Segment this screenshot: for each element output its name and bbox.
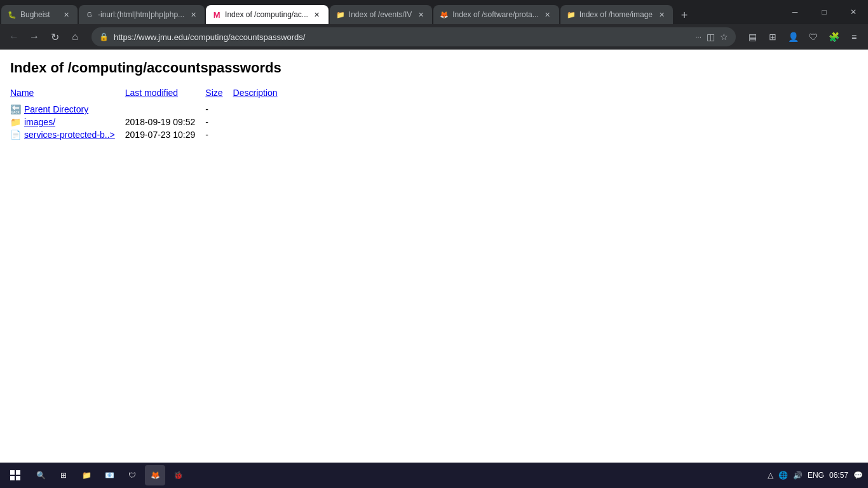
taskbar-extra[interactable]: 🐞 xyxy=(168,465,188,485)
page-content: Index of /computing/accountspasswords Na… xyxy=(0,50,868,463)
taskbar-explorer[interactable]: 📁 xyxy=(76,465,97,485)
svg-rect-1 xyxy=(16,470,20,475)
taskbar-search[interactable]: 🔍 xyxy=(31,465,51,485)
table-row: 📄 services-protected-b..> 2019-07-23 10:… xyxy=(10,128,288,141)
svg-rect-3 xyxy=(16,476,20,480)
taskbar-notification-center[interactable]: 💬 xyxy=(853,471,863,480)
sort-by-name-link[interactable]: Name xyxy=(10,88,34,98)
tab-inurl[interactable]: G -inurl:(html|htm|php|php... ✕ xyxy=(79,5,205,24)
tab-favicon-software: 🦊 xyxy=(440,10,449,19)
services-size: - xyxy=(205,128,233,141)
menu-button[interactable]: ≡ xyxy=(845,28,863,46)
toolbar-right: ▤ ⊞ 👤 🛡 🧩 ≡ xyxy=(743,28,863,46)
images-modified: 2018-09-19 09:52 xyxy=(125,116,206,128)
file-icon: 📄 xyxy=(10,130,21,140)
sort-by-modified-link[interactable]: Last modified xyxy=(125,88,178,98)
tab-favicon-events: 📁 xyxy=(336,10,345,19)
parent-dir-name-cell: Parent Directory xyxy=(24,103,125,116)
services-file-link[interactable]: services-protected-b..> xyxy=(24,130,115,140)
parent-directory-link[interactable]: Parent Directory xyxy=(24,104,88,114)
taskbar-notification-icon[interactable]: △ xyxy=(768,471,773,480)
taskbar-firefox[interactable]: 🦊 xyxy=(145,465,165,485)
more-icon[interactable]: ··· xyxy=(695,32,702,41)
taskbar-task-view[interactable]: ⊞ xyxy=(53,465,74,485)
home-button[interactable]: ⌂ xyxy=(66,28,84,46)
new-tab-button[interactable]: + xyxy=(675,6,693,24)
browser-window: 🐛 Bugheist ✕ G -inurl:(html|htm|php|php.… xyxy=(0,0,868,488)
services-name-cell: services-protected-b..> xyxy=(24,128,125,141)
images-icon-cell: 📁 xyxy=(10,116,24,128)
parent-dir-modified xyxy=(125,103,206,116)
tab-close-home-image[interactable]: ✕ xyxy=(656,10,667,20)
folder-icon: 📁 xyxy=(10,117,21,127)
minimize-button[interactable]: ─ xyxy=(780,0,810,24)
address-bar[interactable] xyxy=(114,32,690,42)
images-name-cell: images/ xyxy=(24,116,125,128)
taskbar-volume-icon[interactable]: 🔊 xyxy=(793,471,803,480)
tab-favicon-bugheist: 🐛 xyxy=(8,10,17,19)
pocket-icon[interactable]: ◫ xyxy=(707,32,715,42)
parent-dir-icon-cell: 🔙 xyxy=(10,103,24,116)
windows-icon xyxy=(10,470,20,480)
file-listing-table: Name Last modified Size Description xyxy=(10,86,288,144)
images-link[interactable]: images/ xyxy=(24,117,55,127)
services-desc xyxy=(233,128,288,141)
maximize-button[interactable]: □ xyxy=(810,0,839,24)
taskbar-defender[interactable]: 🛡 xyxy=(122,465,142,485)
parent-dir-icon: 🔙 xyxy=(10,104,21,114)
th-name: Name xyxy=(10,86,125,100)
tab-close-inurl[interactable]: ✕ xyxy=(188,10,198,20)
forward-button[interactable]: → xyxy=(25,28,43,46)
services-modified: 2019-07-23 10:29 xyxy=(125,128,206,141)
synced-tabs-icon[interactable]: ⊞ xyxy=(764,28,782,46)
tab-bugheist[interactable]: 🐛 Bugheist ✕ xyxy=(1,5,78,24)
account-icon[interactable]: 👤 xyxy=(784,28,802,46)
parent-dir-size: - xyxy=(205,103,233,116)
sort-by-description-link[interactable]: Description xyxy=(233,88,278,98)
address-bar-container[interactable]: 🔒 ··· ◫ ☆ xyxy=(92,27,736,46)
footer-divider xyxy=(10,141,288,144)
lock-icon: 🔒 xyxy=(99,32,109,41)
extensions-icon[interactable]: 🧩 xyxy=(825,28,843,46)
tab-label-events: Index of /events/IV xyxy=(349,10,412,19)
shield-icon[interactable]: 🛡 xyxy=(804,28,822,46)
refresh-button[interactable]: ↻ xyxy=(46,28,64,46)
tab-close-bugheist[interactable]: ✕ xyxy=(61,10,71,20)
tab-favicon-home-image: 📁 xyxy=(567,10,576,19)
services-icon-cell: 📄 xyxy=(10,128,24,141)
toolbar: ← → ↻ ⌂ 🔒 ··· ◫ ☆ ▤ ⊞ 👤 🛡 🧩 ≡ xyxy=(0,24,868,50)
back-button[interactable]: ← xyxy=(5,28,23,46)
tab-close-software[interactable]: ✕ xyxy=(543,10,553,20)
taskbar-right: △ 🌐 🔊 ENG 06:57 💬 xyxy=(768,471,863,480)
taskbar-mail[interactable]: 📧 xyxy=(99,465,119,485)
tab-favicon-inurl: G xyxy=(85,10,94,19)
svg-rect-0 xyxy=(10,470,15,475)
close-button[interactable]: ✕ xyxy=(839,0,868,24)
tab-home-image[interactable]: 📁 Index of /home/image ✕ xyxy=(560,5,673,24)
sort-by-size-link[interactable]: Size xyxy=(205,88,222,98)
taskbar: 🔍 ⊞ 📁 📧 🛡 🦊 🐞 △ 🌐 🔊 ENG 06:57 💬 xyxy=(0,463,868,488)
table-row: 🔙 Parent Directory - xyxy=(10,103,288,116)
tab-favicon-computing: M xyxy=(212,10,221,19)
footer-divider-row xyxy=(10,141,288,144)
library-icon[interactable]: ▤ xyxy=(743,28,761,46)
parent-dir-desc xyxy=(233,103,288,116)
tab-close-computing[interactable]: ✕ xyxy=(312,10,322,20)
taskbar-time: 06:57 xyxy=(829,471,848,480)
images-desc xyxy=(233,116,288,128)
taskbar-language: ENG xyxy=(808,471,824,480)
bookmark-icon[interactable]: ☆ xyxy=(720,32,728,42)
tab-software[interactable]: 🦊 Index of /software/prota... ✕ xyxy=(433,5,559,24)
tab-events[interactable]: 📁 Index of /events/IV ✕ xyxy=(330,5,432,24)
taskbar-network-icon[interactable]: 🌐 xyxy=(778,471,788,480)
page-title: Index of /computing/accountspasswords xyxy=(10,60,858,76)
start-button[interactable] xyxy=(5,465,25,485)
tab-computing[interactable]: M Index of /computing/ac... ✕ xyxy=(206,5,329,24)
th-description: Description xyxy=(233,86,288,100)
window-controls: ─ □ ✕ xyxy=(780,0,868,24)
tab-label-inurl: -inurl:(html|htm|php|php... xyxy=(98,10,184,19)
th-last-modified: Last modified xyxy=(125,86,206,100)
table-header-row: Name Last modified Size Description xyxy=(10,86,288,100)
images-size: - xyxy=(205,116,233,128)
tab-close-events[interactable]: ✕ xyxy=(416,10,426,20)
